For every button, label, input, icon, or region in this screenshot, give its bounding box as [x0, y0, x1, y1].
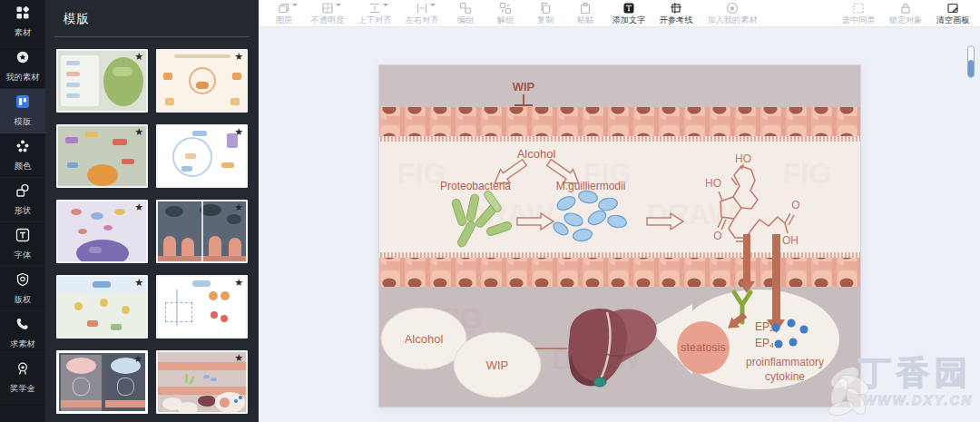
template-thumbnail[interactable]: ★ — [156, 275, 248, 339]
svg-text:WIP: WIP — [513, 80, 535, 93]
sidebar-item-shapes[interactable]: 形状 — [0, 178, 45, 222]
svg-text:Alcohol: Alcohol — [517, 147, 556, 161]
sidebar-item-colors[interactable]: 颜色 — [0, 133, 45, 178]
sidebar-item-assets[interactable]: 素材 — [0, 0, 45, 44]
add-text-icon — [622, 2, 635, 15]
clear-board-icon — [946, 2, 959, 15]
svg-text:OH: OH — [782, 234, 799, 247]
main-stage: 图层 不透明度 上下对齐 左右对齐 编组 解组 — [259, 0, 980, 422]
template-thumbnail[interactable]: ★ — [56, 49, 148, 113]
favorite-star-icon[interactable]: ★ — [234, 352, 243, 364]
favorite-star-icon[interactable]: ★ — [234, 126, 243, 138]
tool-group[interactable]: 编组 — [446, 1, 485, 25]
sidebar-item-my-assets[interactable]: 我的素材 — [0, 44, 45, 89]
svg-text:HO: HO — [735, 152, 751, 165]
template-thumbnail[interactable]: ★ — [156, 124, 248, 188]
template-thumbnail[interactable]: ★ — [56, 124, 148, 188]
opacity-icon — [321, 2, 334, 15]
shapes-icon — [15, 183, 30, 201]
color-dots-icon — [15, 139, 30, 157]
dxy-url-text: WWW.DXY.CN — [858, 391, 973, 409]
drawing-canvas[interactable]: FIG DRAW FIG DRAW FIG FIG DRAW FIG — [379, 65, 860, 407]
steatosis-node: steatosis — [677, 321, 730, 374]
favorite-star-icon[interactable]: ★ — [134, 201, 143, 213]
template-thumbnail[interactable]: ★ — [156, 350, 248, 414]
guides-icon — [670, 2, 682, 15]
app-window: 素材 我的素材 模版 颜色 形状 字体 版权 求素材 — [0, 0, 980, 422]
tool-add-to-my-assets[interactable]: 加入我的素材 — [700, 1, 765, 25]
tool-align-vertical[interactable]: 上下对齐 — [351, 1, 398, 25]
scrollbar-thumb[interactable] — [968, 60, 974, 77]
favorite-star-icon[interactable]: ★ — [134, 277, 143, 289]
text-T-icon — [15, 228, 30, 246]
tool-paste[interactable]: 粘贴 — [565, 1, 605, 25]
tool-clear-canvas[interactable]: 清空画板 — [929, 1, 976, 25]
tool-guides[interactable]: 开参考线 — [652, 1, 700, 25]
tool-lock-object[interactable]: 锁定对象 — [882, 1, 929, 25]
layers-icon — [278, 2, 290, 15]
template-thumbnail[interactable]: ★ — [156, 200, 248, 263]
assets-grid-icon — [15, 5, 30, 24]
star-circle-icon — [15, 50, 30, 68]
svg-text:FIG: FIG — [397, 157, 446, 190]
align-vertical-icon — [368, 2, 381, 15]
shield-icon — [15, 272, 30, 290]
dropdown-caret-icon — [292, 4, 298, 9]
epithelium-band-top — [379, 107, 860, 142]
svg-text:FIG: FIG — [783, 157, 831, 190]
svg-text:EP₂: EP₂ — [755, 320, 774, 333]
tool-copy[interactable]: 复制 — [525, 1, 565, 25]
template-thumbnail[interactable]: ★ — [56, 275, 148, 339]
sidebar-item-scholarship[interactable]: 奖学金 — [0, 356, 45, 400]
template-layout-icon — [15, 94, 30, 113]
dxy-watermark: 丁香园 WWW.DXY.CN — [858, 355, 973, 409]
dropdown-caret-icon — [430, 4, 436, 9]
tool-select-same[interactable]: 选中同类 — [835, 1, 882, 25]
sidebar-item-copyright[interactable]: 版权 — [0, 267, 45, 311]
select-same-icon — [852, 2, 865, 15]
lock-icon — [899, 2, 912, 15]
panel-title: 模版 — [54, 0, 250, 37]
favorite-star-icon[interactable]: ★ — [234, 51, 243, 63]
dxy-brand-text: 丁香园 — [858, 355, 973, 391]
workspace: FIG DRAW FIG DRAW FIG FIG DRAW FIG — [259, 27, 980, 422]
favorite-star-icon[interactable]: ★ — [134, 51, 143, 63]
template-thumbnail[interactable]: ★ — [156, 49, 248, 113]
svg-text:Proteobacteria: Proteobacteria — [440, 180, 511, 192]
tool-align-horizontal[interactable]: 左右对齐 — [398, 1, 446, 25]
sidebar-rail: 素材 我的素材 模版 颜色 形状 字体 版权 求素材 — [0, 0, 45, 422]
svg-text:O: O — [791, 199, 799, 211]
favorite-star-icon[interactable]: ★ — [134, 126, 143, 138]
epithelium-band-bottom — [379, 252, 860, 287]
ungroup-icon — [499, 2, 512, 15]
tool-ungroup[interactable]: 解组 — [485, 1, 525, 25]
svg-text:EP₄: EP₄ — [755, 337, 774, 349]
svg-text:WIP: WIP — [486, 358, 509, 372]
dropdown-caret-icon — [336, 4, 341, 9]
tool-layers[interactable]: 图层 — [264, 1, 304, 25]
favorite-circle-icon — [726, 2, 739, 15]
align-horizontal-icon — [416, 2, 428, 15]
toolbar-right-group: 选中同类 锁定对象 清空画板 — [835, 1, 976, 25]
toolbar: 图层 不透明度 上下对齐 左右对齐 编组 解组 — [259, 0, 980, 27]
paste-icon — [579, 2, 592, 15]
vertical-scrollbar[interactable] — [967, 45, 975, 78]
svg-text:proinflammatory: proinflammatory — [746, 356, 824, 368]
tool-add-text[interactable]: 添加文字 — [605, 1, 652, 25]
sidebar-item-fonts[interactable]: 字体 — [0, 222, 45, 267]
template-panel: 模版 ★ ★ — [45, 0, 259, 422]
template-grid: ★ ★ ★ — [56, 49, 248, 414]
template-thumbnail[interactable]: ★ — [56, 200, 148, 263]
dropdown-caret-icon — [383, 4, 388, 9]
sidebar-item-request-assets[interactable]: 求素材 — [0, 311, 45, 356]
tool-opacity[interactable]: 不透明度 — [304, 1, 351, 25]
sidebar-item-templates[interactable]: 模版 — [0, 89, 45, 133]
svg-text:HO: HO — [705, 177, 721, 190]
favorite-star-icon[interactable]: ★ — [234, 277, 243, 289]
favorite-star-icon[interactable]: ★ — [133, 353, 142, 365]
svg-text:M.guilliermodii: M.guilliermodii — [556, 180, 626, 192]
svg-text:steatosis: steatosis — [681, 341, 725, 354]
group-icon — [459, 2, 472, 15]
template-thumbnail-selected[interactable]: ★ — [56, 350, 148, 414]
favorite-star-icon[interactable]: ★ — [234, 201, 243, 213]
